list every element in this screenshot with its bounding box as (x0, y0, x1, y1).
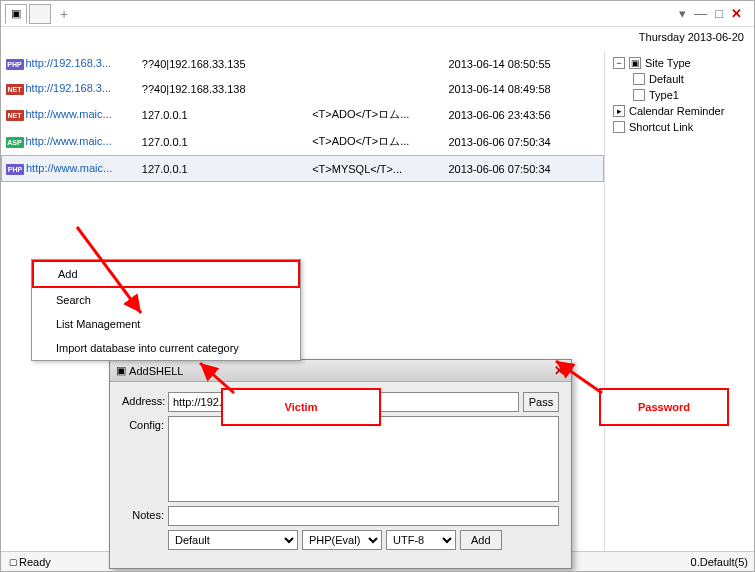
item-icon (633, 89, 645, 101)
main-list-panel: PHPhttp://192.168.3...??40|192.168.33.13… (1, 51, 604, 553)
url-cell: http://www.maic... (26, 135, 112, 147)
dialog-title: AddSHELL (129, 365, 183, 377)
config-cell: <T>ADO</T>ロム... (308, 101, 444, 128)
status-text: Ready (19, 556, 51, 568)
table-row[interactable]: PHPhttp://www.maic...127.0.0.1<T>MYSQL</… (2, 156, 604, 182)
tree-item-type1[interactable]: Type1 (629, 87, 750, 103)
tree-calendar[interactable]: ▸Calendar Reminder (609, 103, 750, 119)
link-icon (613, 121, 625, 133)
arrow-icon: ▸ (613, 105, 625, 117)
shell-table[interactable]: PHPhttp://192.168.3...??40|192.168.33.13… (1, 51, 604, 182)
date-cell: 2013-06-14 08:50:55 (444, 51, 603, 76)
down-icon[interactable]: ▾ (679, 6, 686, 21)
annotation-victim: Victim (221, 388, 381, 426)
url-cell: http://192.168.3... (26, 82, 112, 94)
category-select[interactable]: Default (168, 530, 298, 550)
dialog-close-icon[interactable]: ✕ (554, 363, 565, 378)
menu-add[interactable]: Add (32, 260, 300, 288)
maximize-icon[interactable]: □ (715, 6, 723, 21)
notes-input[interactable] (168, 506, 559, 526)
address-label: Address: (122, 392, 168, 407)
menu-import-db[interactable]: Import database into current category (32, 336, 300, 360)
config-input[interactable] (168, 416, 559, 502)
status-right: 0.Default(5) (691, 556, 748, 568)
type-badge: NET (6, 84, 24, 95)
host-cell: 127.0.0.1 (138, 101, 308, 128)
url-cell: http://www.maic... (26, 108, 112, 120)
dialog-icon: ▣ (116, 364, 126, 377)
config-cell: <T>MYSQL</T>... (308, 156, 444, 182)
date-cell: 2013-06-06 07:50:34 (444, 156, 603, 182)
annotation-password: Password (599, 388, 729, 426)
menu-search[interactable]: Search (32, 288, 300, 312)
dialog-titlebar[interactable]: ▣ AddSHELL ✕ (110, 360, 571, 382)
host-cell: ??40|192.168.33.138 (138, 76, 308, 101)
item-icon (633, 73, 645, 85)
close-icon[interactable]: ✕ (731, 6, 742, 21)
table-row[interactable]: NEThttp://192.168.3...??40|192.168.33.13… (2, 76, 604, 101)
host-cell: 127.0.0.1 (138, 128, 308, 156)
sidebar: −▣Site Type Default Type1 ▸Calendar Remi… (604, 51, 754, 553)
tree-shortcut[interactable]: Shortcut Link (609, 119, 750, 135)
type-badge: NET (6, 110, 24, 121)
main-tab[interactable]: ▣ (5, 4, 27, 24)
date-cell: 2013-06-06 23:43:56 (444, 101, 603, 128)
menu-list-management[interactable]: List Management (32, 312, 300, 336)
url-cell: http://www.maic... (26, 162, 112, 174)
table-row[interactable]: PHPhttp://192.168.3...??40|192.168.33.13… (2, 51, 604, 76)
notes-label: Notes: (122, 506, 168, 521)
toolbar: ▣ + ▾ — □ ✕ (1, 1, 754, 27)
add-button[interactable]: Add (460, 530, 502, 550)
charset-select[interactable]: UTF-8 (386, 530, 456, 550)
add-tab-button[interactable]: + (53, 4, 75, 24)
date-text: Thursday 2013-06-20 (639, 31, 744, 43)
type-badge: ASP (6, 137, 24, 148)
minus-icon[interactable]: − (613, 57, 625, 69)
minimize-icon[interactable]: — (694, 6, 707, 21)
tree-item-default[interactable]: Default (629, 71, 750, 87)
table-row[interactable]: ASPhttp://www.maic...127.0.0.1<T>ADO</T>… (2, 128, 604, 156)
blank-tab[interactable] (29, 4, 51, 24)
host-cell: ??40|192.168.33.135 (138, 51, 308, 76)
type-badge: PHP (6, 59, 24, 70)
config-cell (308, 76, 444, 101)
config-cell (308, 51, 444, 76)
config-label: Config: (122, 416, 168, 431)
config-cell: <T>ADO</T>ロム... (308, 128, 444, 156)
window-controls: ▾ — □ ✕ (679, 6, 750, 21)
date-bar: Thursday 2013-06-20 (1, 27, 754, 51)
pass-button[interactable]: Pass (523, 392, 559, 412)
date-cell: 2013-06-14 08:49:58 (444, 76, 603, 101)
date-cell: 2013-06-06 07:50:34 (444, 128, 603, 156)
table-row[interactable]: NEThttp://www.maic...127.0.0.1<T>ADO</T>… (2, 101, 604, 128)
engine-select[interactable]: PHP(Eval) (302, 530, 382, 550)
url-cell: http://192.168.3... (26, 57, 112, 69)
context-menu: Add Search List Management Import databa… (31, 259, 301, 361)
host-cell: 127.0.0.1 (138, 156, 308, 182)
status-icon: ▢ (7, 556, 19, 568)
tree-root-label: Site Type (645, 57, 691, 69)
app-icon: ▣ (11, 7, 21, 20)
tree-root[interactable]: −▣Site Type (609, 55, 750, 71)
folder-icon: ▣ (629, 57, 641, 69)
type-badge: PHP (6, 164, 24, 175)
